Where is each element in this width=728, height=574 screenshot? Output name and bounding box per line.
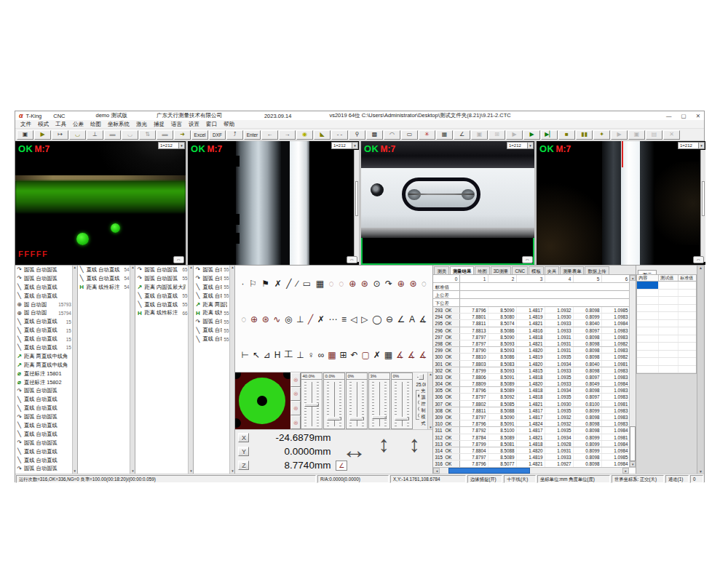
element-list-item[interactable]: ↷圆弧自动圆弧55: [194, 266, 229, 274]
menu-item[interactable]: 激光: [136, 121, 147, 128]
measurement-row[interactable]: 312OK7.87848.50891.48211.09340.80991.098…: [433, 434, 636, 441]
horizontal-scrollbar[interactable]: ◄►: [433, 467, 629, 474]
measurement-row[interactable]: 309OK7.87978.50901.48171.09320.80981.098…: [433, 414, 636, 420]
toolbar-button[interactable]: ∠: [454, 130, 470, 140]
element-list-item[interactable]: ╲直线自动直线54: [78, 266, 130, 274]
measurement-row[interactable]: 298OK7.87978.50931.48211.09310.80981.098…: [433, 340, 636, 347]
measure-tool-icon[interactable]: ◌: [422, 279, 427, 289]
measure-tool-icon[interactable]: ·: [241, 279, 244, 289]
camera-zoom-select[interactable]: 1=212▾: [678, 142, 705, 149]
menu-item[interactable]: 捕捉: [154, 121, 165, 128]
measure-tool-icon[interactable]: ▦: [384, 350, 392, 360]
results-tab[interactable]: 绘图: [475, 266, 490, 274]
element-list-item[interactable]: ╲直线自动直线: [15, 456, 72, 465]
element-list-item[interactable]: ╲直线自动直线: [15, 447, 72, 456]
toolbar-button[interactable]: ◡: [69, 130, 86, 140]
menu-item[interactable]: 文件: [20, 121, 31, 128]
toolbar-button[interactable]: Enter: [244, 130, 261, 140]
element-list-item[interactable]: ╲直线自动直线55: [194, 292, 229, 300]
toolbar-button[interactable]: →: [279, 130, 296, 140]
toolbar-button[interactable]: ✕: [663, 130, 680, 140]
toolbar-button[interactable]: ◣: [314, 130, 331, 140]
slider-track[interactable]: [369, 380, 389, 428]
menu-item[interactable]: 窗口: [206, 121, 217, 128]
toolbar-button[interactable]: ▣: [628, 130, 645, 140]
element-list-item[interactable]: ⊕圆自动圆15793: [15, 300, 72, 309]
measurement-row[interactable]: 308OK7.88118.50881.48171.09350.80991.098…: [433, 407, 636, 414]
menu-item[interactable]: 模式: [38, 121, 49, 128]
toolbar-button[interactable]: ▮▮: [576, 130, 593, 140]
toolbar-button[interactable]: ▶: [611, 130, 628, 140]
camera-view-1[interactable]: OKM:7 FFFFF 1=212▾ ⇔: [15, 141, 186, 265]
toolbar-button[interactable]: ⊥: [87, 130, 103, 140]
toolbar-button[interactable]: DXF: [209, 130, 226, 140]
element-list-item[interactable]: ↷圆弧自动圆弧: [15, 266, 72, 274]
toolbar-button[interactable]: ✦: [593, 130, 610, 140]
measure-tool-icon[interactable]: ◯: [372, 314, 381, 324]
scroll-down-arrow[interactable]: ▼: [630, 461, 636, 467]
light-mode-button[interactable]: ◎: [290, 387, 301, 402]
camera-scrollbar[interactable]: [354, 150, 359, 262]
measure-tool-icon[interactable]: ⋯: [328, 314, 337, 324]
light-intensity-slider[interactable]: 3%: [368, 372, 390, 429]
element-list-item[interactable]: ╲直线自动直线: [15, 283, 72, 292]
detail-row[interactable]: [637, 343, 696, 351]
scroll-right-arrow[interactable]: ►: [622, 468, 629, 474]
element-list-item[interactable]: ╲直线自动直线55: [194, 335, 229, 343]
axis-z-button[interactable]: Z: [238, 461, 249, 470]
measure-tool-icon[interactable]: A: [409, 314, 415, 324]
element-list-item[interactable]: H距离线性标注55: [194, 308, 229, 317]
detail-row[interactable]: [637, 335, 696, 343]
measure-tool-icon[interactable]: ▭: [303, 279, 311, 289]
measure-tool-icon[interactable]: ⊢: [241, 350, 248, 360]
detail-row[interactable]: [637, 312, 696, 320]
measure-tool-icon[interactable]: ∞: [318, 350, 325, 360]
scroll-left-arrow[interactable]: ◄: [433, 468, 440, 474]
element-list-item[interactable]: ↷圆弧自动圆弧65: [135, 266, 188, 274]
toolbar-button[interactable]: ▶: [34, 130, 51, 140]
results-tab[interactable]: 3D测量: [491, 266, 512, 274]
measure-tool-icon[interactable]: ◁: [350, 314, 357, 324]
measurement-row[interactable]: 299OK7.87908.50931.48201.09310.80981.098…: [433, 347, 636, 354]
camera-view-4[interactable]: OKM:7 1=212▾ ⇔: [537, 141, 705, 265]
measurement-row[interactable]: 302OK7.87998.50931.48151.09330.80981.098…: [433, 367, 636, 374]
toolbar-button[interactable]: ▦: [436, 130, 453, 140]
results-tab[interactable]: 测类: [434, 266, 449, 274]
camera-view-2[interactable]: OKM:7 1=212▾ ⇔: [188, 141, 359, 265]
measure-tool-icon[interactable]: ⊥: [296, 314, 304, 324]
element-list-item[interactable]: H距离线性标注54: [78, 283, 130, 292]
scrollbar[interactable]: ▲▼: [72, 266, 77, 474]
measurement-row[interactable]: 295OK7.88118.50741.48211.09330.80401.098…: [433, 320, 636, 327]
slider-track[interactable]: [347, 380, 367, 428]
light-intensity-slider[interactable]: 40.0%: [301, 372, 323, 429]
results-tab[interactable]: CNC: [512, 266, 528, 274]
camera-resize-handle[interactable]: ⇔: [173, 256, 184, 263]
close-button[interactable]: ✕: [696, 113, 700, 119]
toolbar-button[interactable]: ▶: [523, 130, 540, 140]
measurement-row[interactable]: 314OK7.88048.50881.48201.09310.80991.098…: [433, 447, 636, 454]
element-list-item[interactable]: ╲直线自动直线55: [194, 326, 229, 335]
maximize-button[interactable]: ▢: [681, 113, 687, 119]
element-list-item[interactable]: ↷圆弧自动圆弧: [15, 464, 72, 473]
measure-tool-icon[interactable]: ↶: [350, 350, 357, 360]
element-list-item[interactable]: ↷圆弧自动圆弧: [15, 386, 72, 395]
toolbar-button[interactable]: ⤴: [226, 130, 243, 140]
camera-resize-handle[interactable]: ⇔: [522, 256, 533, 263]
camera-resize-handle[interactable]: ⇔: [693, 256, 704, 263]
toolbar-button[interactable]: ◉: [296, 130, 313, 140]
axis-x-button[interactable]: X: [238, 433, 249, 442]
measure-tool-icon[interactable]: ▦: [328, 350, 336, 360]
toolbar-button[interactable]: ▶: [506, 130, 523, 140]
measure-tool-icon[interactable]: ∿: [273, 314, 280, 324]
measure-tool-icon[interactable]: ▦: [316, 279, 324, 289]
scrollbar[interactable]: ▲▼: [188, 266, 193, 474]
measure-tool-icon[interactable]: ⊥: [296, 350, 304, 360]
panel-scrollbar[interactable]: ▲▼: [697, 266, 704, 474]
measurement-row[interactable]: 303OK7.88068.50911.48181.09350.80971.098…: [433, 374, 636, 380]
master-light-slider[interactable]: [416, 373, 424, 380]
slider-thumb[interactable]: [327, 417, 341, 420]
measure-tool-icon[interactable]: ⊙: [373, 279, 380, 289]
element-list-item[interactable]: ╲直线自动直线: [15, 292, 72, 300]
slider-track[interactable]: [301, 380, 322, 428]
slider-thumb[interactable]: [395, 417, 409, 420]
